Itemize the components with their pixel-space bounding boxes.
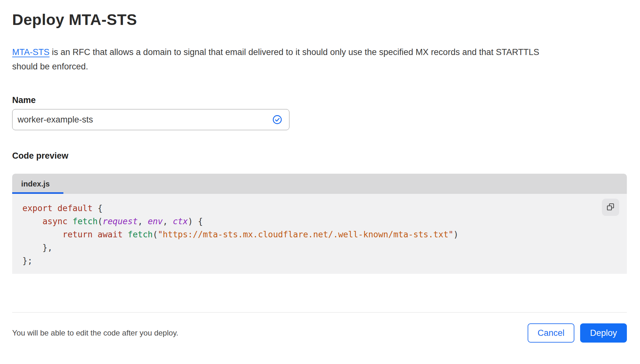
footer-actions: Cancel Deploy [528,323,627,343]
intro-paragraph: MTA-STS is an RFC that allows a domain t… [12,45,624,74]
deploy-mta-sts-page: Deploy MTA-STS MTA-STS is an RFC that al… [0,11,640,343]
code-tabbar: index.js [12,174,627,194]
name-input[interactable] [12,109,289,130]
code-preview-label: Code preview [12,151,627,161]
name-input-wrap [12,109,289,130]
footer-bar: You will be able to edit the code after … [12,313,627,343]
check-circle-icon [272,115,282,124]
copy-icon [606,202,615,212]
deploy-button[interactable]: Deploy [580,323,627,343]
mta-sts-link[interactable]: MTA-STS [12,47,50,57]
code-content: export default { async fetch(request, en… [12,194,627,267]
tab-index-js[interactable]: index.js [12,174,63,194]
cancel-button[interactable]: Cancel [528,323,574,343]
code-editor-area: export default { async fetch(request, en… [12,194,627,274]
name-label: Name [12,95,627,105]
tab-label: index.js [21,179,50,188]
intro-line2: should be enforced. [12,62,88,71]
code-preview-card: index.js export default { async fetch(re… [12,174,627,274]
page-title: Deploy MTA-STS [12,11,627,29]
copy-code-button[interactable] [602,199,619,216]
deploy-note: You will be able to edit the code after … [12,328,178,337]
intro-line1: is an RFC that allows a domain to signal… [50,47,539,57]
